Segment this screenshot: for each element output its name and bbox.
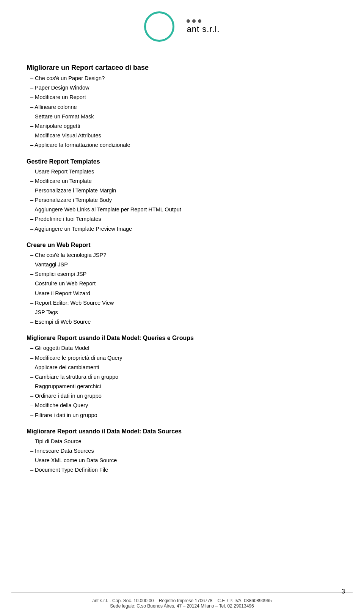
list-item: Aggiungere Web Links al Template per Rep… (27, 205, 337, 214)
list-item: JSP Tags (27, 308, 337, 317)
list-item: Tipi di Data Source (27, 437, 337, 446)
list-item: Gli oggetti Data Model (27, 344, 337, 353)
list-item: Predefinire i tuoi Templates (27, 215, 337, 224)
bold-section: Migliorare Report usando il Data Model: … (27, 428, 337, 435)
footer-line2: Sede legale: C.so Buenos Aires, 47 – 201… (27, 603, 337, 609)
list-item: Che cos'è la tecnologia JSP? (27, 251, 337, 260)
list-item: Applicare la formattazione condizionale (27, 141, 337, 150)
header: ant s.r.l. (11, 0, 353, 49)
section-heading: Migliorare un Report cartaceo di base (27, 64, 337, 72)
bold-section: Gestire Report Templates (27, 158, 337, 165)
list-item: Innescare Data Sources (27, 447, 337, 455)
page-number: 3 (342, 588, 345, 595)
list-item: Filtrare i dati in un gruppo (27, 411, 337, 420)
brand-name: ant s.r.l. (187, 24, 220, 34)
list-item: Modificare un Report (27, 93, 337, 102)
list-item: Ordinare i dati in un gruppo (27, 392, 337, 400)
list-item: Cambiare la struttura di un gruppo (27, 373, 337, 381)
list-item: Raggruppamenti gerarchici (27, 382, 337, 391)
dots-row (187, 19, 201, 23)
page-container: ant s.r.l. Migliorare un Report cartaceo… (0, 0, 364, 614)
footer: ant s.r.l. - Cap. Soc. 10.000,00 – Regis… (11, 592, 353, 614)
list-item: Che cos'è un Paper Design? (27, 74, 337, 83)
list-item: Aggiungere un Template Preview Image (27, 225, 337, 233)
list-item: Vantaggi JSP (27, 260, 337, 269)
list-item: Esempi di Web Source (27, 318, 337, 326)
list-item: Personalizzare i Template Margin (27, 186, 337, 195)
list-item: Modificare Visual Attributes (27, 131, 337, 140)
list-item: Modifiche della Query (27, 401, 337, 410)
list-item: Paper Design Window (27, 83, 337, 92)
list-item: Modificare le proprietà di una Query (27, 354, 337, 362)
logo-circle (144, 11, 174, 42)
list-item: Applicare dei cambiamenti (27, 363, 337, 372)
list-item: Costruire un Web Report (27, 279, 337, 288)
bold-section: Migliorare Report usando il Data Model: … (27, 335, 337, 342)
footer-line1: ant s.r.l. - Cap. Soc. 10.000,00 – Regis… (27, 598, 337, 603)
list-item: Allineare colonne (27, 103, 337, 112)
list-item: Usare il Report Wizard (27, 289, 337, 298)
list-item: Usare Report Templates (27, 167, 337, 176)
dot-2 (192, 19, 196, 23)
list-item: Semplici esempi JSP (27, 270, 337, 279)
list-item: Report Editor: Web Source View (27, 299, 337, 307)
list-item: Modificare un Template (27, 177, 337, 186)
dot-1 (187, 19, 190, 23)
main-content: Migliorare un Report cartaceo di baseChe… (11, 49, 353, 592)
bold-section: Creare un Web Report (27, 242, 337, 249)
list-item: Document Type Definition File (27, 466, 337, 474)
list-item: Usare XML come un Data Source (27, 456, 337, 465)
dot-3 (198, 19, 201, 23)
list-item: Settare un Format Mask (27, 112, 337, 121)
list-item: Manipolare oggetti (27, 122, 337, 131)
list-item: Personalizzare i Template Body (27, 196, 337, 205)
